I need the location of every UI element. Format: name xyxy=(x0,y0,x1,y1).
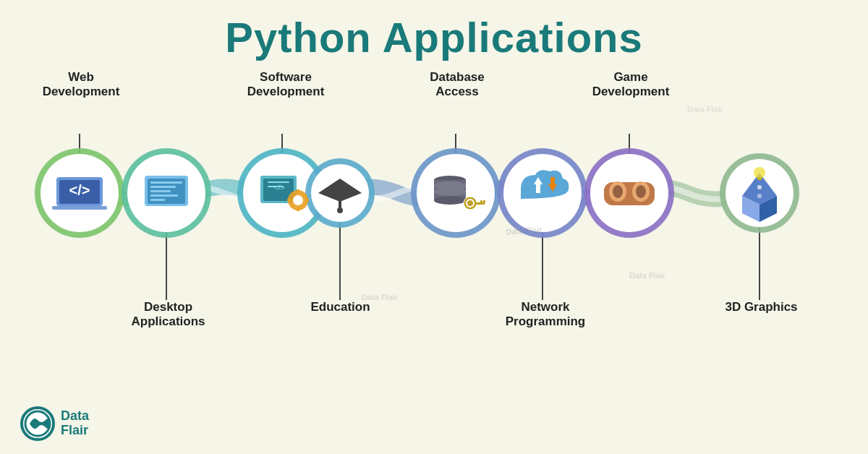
svg-point-51 xyxy=(434,196,466,205)
svg-point-41 xyxy=(293,195,303,205)
svg-rect-60 xyxy=(536,184,540,193)
svg-rect-34 xyxy=(150,199,165,201)
svg-point-67 xyxy=(613,185,623,198)
svg-rect-75 xyxy=(757,177,762,180)
svg-rect-26 xyxy=(52,206,107,210)
label-game-development: GameDevelopment xyxy=(584,70,677,100)
svg-rect-33 xyxy=(150,194,178,197)
svg-rect-32 xyxy=(150,190,171,192)
label-software-development: SoftwareDevelopment xyxy=(239,70,333,100)
svg-rect-31 xyxy=(150,186,176,188)
svg-rect-45 xyxy=(306,199,309,202)
svg-text:</>: </> xyxy=(69,182,90,198)
svg-rect-30 xyxy=(150,181,182,184)
svg-point-74 xyxy=(754,167,765,179)
label-web-development: WebDevelopment xyxy=(38,70,124,100)
page-title: Python Applications xyxy=(0,0,868,69)
label-desktop-applications: DesktopApplications xyxy=(116,300,221,330)
svg-text:Data Flair: Data Flair xyxy=(687,105,724,113)
svg-rect-43 xyxy=(297,208,299,211)
brand-logo-text: DataFlair xyxy=(61,409,89,438)
brand-logo-circle xyxy=(20,406,55,441)
svg-point-68 xyxy=(636,185,646,198)
label-database-access: DatabaseAccess xyxy=(411,70,503,100)
svg-rect-42 xyxy=(297,189,299,192)
svg-rect-56 xyxy=(475,202,485,205)
svg-point-48 xyxy=(337,207,343,213)
main-content: </> </> xyxy=(0,69,868,416)
label-network-programming: NetworkProgramming xyxy=(492,300,599,330)
svg-point-72 xyxy=(757,185,762,189)
svg-rect-44 xyxy=(287,199,290,202)
label-education: Education xyxy=(295,300,386,314)
chain-svg: </> </> xyxy=(0,69,868,416)
svg-point-53 xyxy=(434,187,466,196)
svg-rect-39 xyxy=(268,186,284,187)
svg-rect-57 xyxy=(480,200,482,203)
svg-text:Data Flair: Data Flair xyxy=(629,271,666,280)
svg-rect-66 xyxy=(626,190,632,193)
svg-rect-62 xyxy=(550,177,555,187)
brand-logo: DataFlair xyxy=(20,406,89,441)
svg-point-73 xyxy=(757,194,762,198)
svg-rect-58 xyxy=(483,200,485,203)
svg-rect-38 xyxy=(268,181,289,183)
label-3d-graphics: 3D Graphics xyxy=(716,300,807,314)
